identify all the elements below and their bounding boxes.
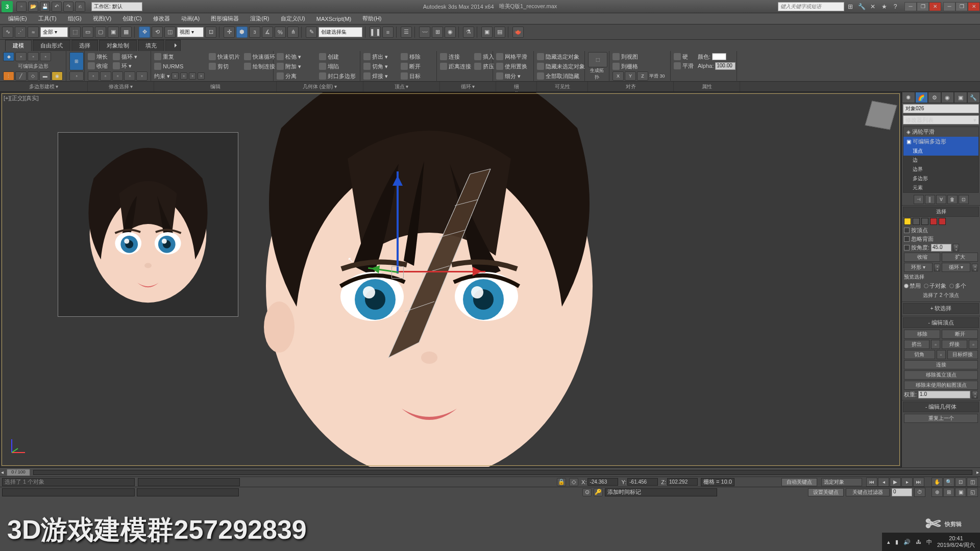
strip-geo[interactable]: 几何体 (全部) ▾ xyxy=(277,82,363,91)
tray-battery-icon[interactable]: ▮ xyxy=(895,539,898,545)
subobj-element-icon[interactable]: ◉ xyxy=(52,71,63,81)
ignore-backfacing-checkbox[interactable] xyxy=(904,236,910,242)
goto-start-icon[interactable]: ⏮ xyxy=(866,478,877,487)
percent-snap-icon[interactable]: ∡ xyxy=(262,27,273,38)
tray-ime-icon[interactable]: 中 xyxy=(926,538,932,546)
eg-repeat-button[interactable]: 重复上一个 xyxy=(904,414,978,423)
menu-customize[interactable]: 自定义(U) xyxy=(276,13,310,24)
constraint-3-icon[interactable]: ▫ xyxy=(189,72,196,80)
ev-extrude-button[interactable]: 挤出 xyxy=(904,340,929,349)
time-slider[interactable]: ◂ 0 / 100 ▸ xyxy=(0,467,980,477)
constraint-1-icon[interactable]: ▫ xyxy=(172,72,179,80)
connect-button[interactable]: 连接 xyxy=(440,52,471,61)
sel-sub-border-button[interactable] xyxy=(921,218,928,225)
tray-net-icon[interactable]: 🖧 xyxy=(916,539,921,545)
current-frame-input[interactable]: 0 xyxy=(892,488,912,496)
coord-z-input[interactable] xyxy=(667,478,698,486)
restore-button[interactable]: ❐ xyxy=(917,2,929,11)
constraint-2-icon[interactable]: ▫ xyxy=(180,72,187,80)
selection-filter-dropdown[interactable]: 全部 ▾ xyxy=(40,27,68,37)
schematic-icon[interactable]: ⊞ xyxy=(432,27,443,38)
modifier-stack[interactable]: ◈ 涡轮平滑 ▣ 可编辑多边形 顶点 边 边界 多边形 元素 xyxy=(903,127,979,193)
menu-rendering[interactable]: 渲染(R) xyxy=(245,13,274,24)
redo-icon[interactable]: ↷ xyxy=(63,2,74,12)
key-icon[interactable]: 🔑 xyxy=(594,488,603,496)
weight-input[interactable]: 1.0 xyxy=(918,391,970,398)
macro-recorder[interactable] xyxy=(137,488,239,496)
menu-create[interactable]: 创建(C) xyxy=(117,13,146,24)
cp-tab-utilities[interactable]: 🔧 xyxy=(967,92,981,103)
break-button[interactable]: 断开 xyxy=(401,62,434,71)
viewcube[interactable] xyxy=(865,101,897,130)
quickloop-button[interactable]: 快速循环 xyxy=(244,52,275,61)
weld-button[interactable]: 焊接 ▾ xyxy=(363,71,397,81)
collapse-button[interactable]: 塌陷 xyxy=(319,62,357,71)
cap-button[interactable]: 封口多边形 xyxy=(319,71,357,81)
ms-1-icon[interactable]: ▫ xyxy=(88,71,99,81)
cp-tab-hierarchy[interactable]: ⚙ xyxy=(928,92,941,103)
align-y-button[interactable]: Y xyxy=(625,71,636,81)
select-name-icon[interactable]: ▭ xyxy=(82,27,93,38)
ev-extrude-settings-button[interactable]: ▫ xyxy=(931,340,940,349)
preview-off-radio[interactable] xyxy=(904,284,909,288)
paintconnect-button[interactable]: 绘制连接 xyxy=(244,62,275,71)
ring-button[interactable]: 环 ▾ xyxy=(113,61,137,70)
strip-modifysel[interactable]: 修改选择 ▾ xyxy=(88,82,154,91)
zoom-region-icon[interactable]: ◱ xyxy=(967,488,978,497)
togrid-button[interactable]: 到栅格 xyxy=(612,62,667,71)
stack-sub-border[interactable]: 边界 xyxy=(903,165,978,174)
ms-5-icon[interactable]: ▫ xyxy=(136,71,148,81)
grow-button[interactable]: 增长 xyxy=(88,52,108,61)
tray-sound-icon[interactable]: 🔊 xyxy=(903,539,911,545)
help-search-input[interactable] xyxy=(778,2,844,11)
stack-pin-icon[interactable]: ⊣ xyxy=(914,195,924,204)
rollout-editverts-header[interactable]: - 编辑顶点 xyxy=(903,317,979,328)
rollout-editgeo-header[interactable]: - 编辑几何体 xyxy=(903,402,979,412)
lock-selection-icon[interactable]: 🔒 xyxy=(557,478,566,486)
insert-button[interactable]: 插入 xyxy=(474,52,494,61)
render-prod-icon[interactable]: ▤ xyxy=(494,27,505,38)
ev-connect-button[interactable]: 连接 xyxy=(904,360,978,369)
toggle2-icon[interactable]: ▫ xyxy=(69,71,84,81)
poly-collapse-icon[interactable]: ▫ xyxy=(40,52,51,61)
ev-weld-settings-button[interactable]: ▫ xyxy=(969,340,978,349)
ev-targetweld-button[interactable]: 目标焊接 xyxy=(947,350,978,359)
shrink-button[interactable]: 收缩 xyxy=(88,61,108,70)
named-sel-edit-icon[interactable]: ✎ xyxy=(306,27,317,38)
loop-button[interactable]: 循环 ▾ xyxy=(113,52,137,61)
strip-edit[interactable]: 编辑 xyxy=(154,82,277,91)
poly-convert-icon[interactable]: ◆ xyxy=(3,52,14,61)
chamfer-button[interactable]: 切角 ▾ xyxy=(363,62,397,71)
toview-button[interactable]: 到视图 xyxy=(612,52,667,61)
cp-tab-modify[interactable]: 🌈 xyxy=(915,92,928,103)
poly-generate-icon[interactable]: ▫ xyxy=(28,52,39,61)
move-icon[interactable]: ✥ xyxy=(139,27,150,38)
link-icon[interactable]: ⎌ xyxy=(75,2,85,12)
target-button[interactable]: 目标 xyxy=(401,71,434,81)
stack-sub-poly[interactable]: 多边形 xyxy=(903,174,978,183)
transform-gizmo[interactable] xyxy=(307,171,485,314)
favorite-icon[interactable]: ★ xyxy=(879,2,889,12)
sel-sub-poly-button[interactable] xyxy=(930,218,937,225)
close-button[interactable]: ✕ xyxy=(929,2,941,11)
gizmo-z-axis[interactable] xyxy=(397,171,399,273)
orbit-icon[interactable]: ⊕ xyxy=(932,488,943,497)
menu-tools[interactable]: 工具(T) xyxy=(33,13,62,24)
named-sel-dropdown[interactable]: 创建选择集 xyxy=(318,27,362,37)
msmooth-button[interactable]: 网格平滑 xyxy=(496,52,530,61)
unhideall-button[interactable]: 全部取消隐藏 xyxy=(537,71,581,81)
stack-sub-element[interactable]: 元素 xyxy=(903,183,978,192)
tab-freeform[interactable]: 自由形式 xyxy=(33,40,70,51)
menu-group[interactable]: 组(G) xyxy=(63,13,87,24)
play-icon[interactable]: ▶ xyxy=(890,478,901,487)
repeat-button[interactable]: 重复 xyxy=(154,52,205,61)
pivot-icon[interactable]: ⊡ xyxy=(205,27,216,38)
app-logo[interactable]: 3 xyxy=(2,1,13,12)
select-window-icon[interactable]: ▣ xyxy=(108,27,119,38)
render-icon[interactable]: 🫖 xyxy=(512,27,524,38)
menu-maxscript[interactable]: MAXScript(M) xyxy=(311,14,356,23)
bind-icon[interactable]: ≈ xyxy=(28,27,39,38)
strip-props[interactable]: 属性 xyxy=(674,82,740,91)
new-icon[interactable]: ▫ xyxy=(16,2,27,12)
ms-3-icon[interactable]: ▫ xyxy=(112,71,124,81)
